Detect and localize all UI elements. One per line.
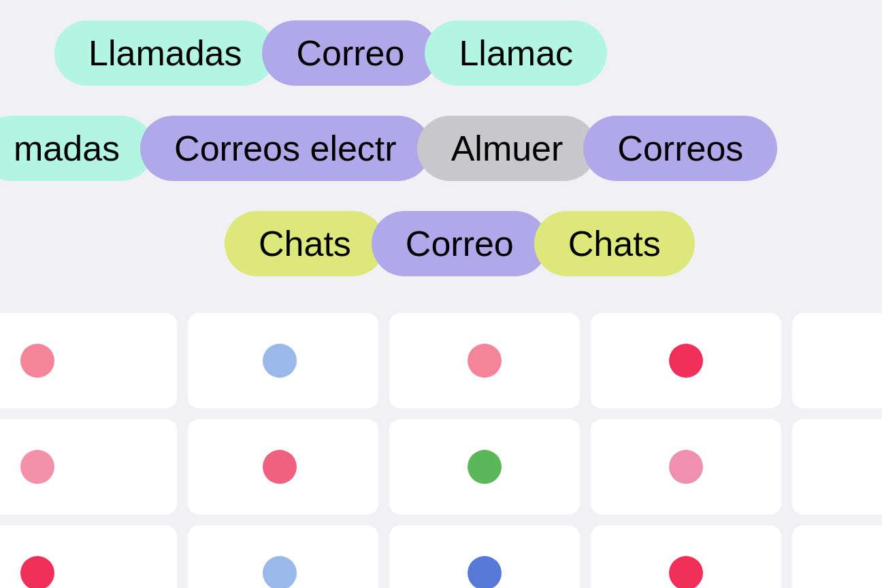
card-1-3[interactable] — [389, 313, 580, 408]
card-1-1[interactable] — [0, 313, 177, 408]
card-3-5[interactable] — [792, 525, 882, 588]
card-2-1[interactable] — [0, 419, 177, 514]
card-2-5[interactable] — [792, 419, 882, 514]
card-3-3[interactable] — [389, 525, 580, 588]
pill-chats-2[interactable]: Chats — [534, 211, 695, 276]
card-1-2[interactable] — [188, 313, 378, 408]
pill-almuer[interactable]: Almuer — [417, 116, 598, 181]
card-1-5[interactable] — [792, 313, 882, 408]
dot — [468, 344, 502, 378]
pill-row-3: Chats Correo Chats — [225, 211, 695, 276]
pill-correos-2[interactable]: Correos — [583, 116, 777, 181]
dot — [20, 344, 54, 378]
dot — [263, 556, 297, 588]
dot — [263, 450, 297, 484]
pill-correo-2[interactable]: Correo — [372, 211, 548, 276]
dot — [468, 450, 502, 484]
dot — [669, 344, 703, 378]
cards-grid — [0, 313, 882, 588]
pill-madas[interactable]: madas — [0, 116, 154, 181]
card-3-1[interactable] — [0, 525, 177, 588]
pill-row-1: Llamadas Correo Llamac — [54, 20, 607, 86]
pill-chats-1[interactable]: Chats — [225, 211, 385, 276]
dot — [669, 450, 703, 484]
card-2-3[interactable] — [389, 419, 580, 514]
dot — [669, 556, 703, 588]
dot — [468, 556, 502, 588]
main-container: Llamadas Correo Llamac madas Correos ele… — [0, 0, 882, 588]
card-1-4[interactable] — [591, 313, 781, 408]
dot — [20, 450, 54, 484]
pill-llamadas-1[interactable]: Llamadas — [54, 20, 276, 86]
pill-llamac-1[interactable]: Llamac — [425, 20, 607, 86]
pill-correos-electr[interactable]: Correos electr — [140, 116, 431, 181]
card-2-4[interactable] — [591, 419, 781, 514]
card-3-2[interactable] — [188, 525, 378, 588]
pill-row-2: madas Correos electr Almuer Correos — [0, 116, 777, 181]
card-3-4[interactable] — [591, 525, 781, 588]
card-2-2[interactable] — [188, 419, 378, 514]
dot — [263, 344, 297, 378]
pill-correo-1[interactable]: Correo — [262, 20, 438, 86]
dot — [20, 556, 54, 588]
